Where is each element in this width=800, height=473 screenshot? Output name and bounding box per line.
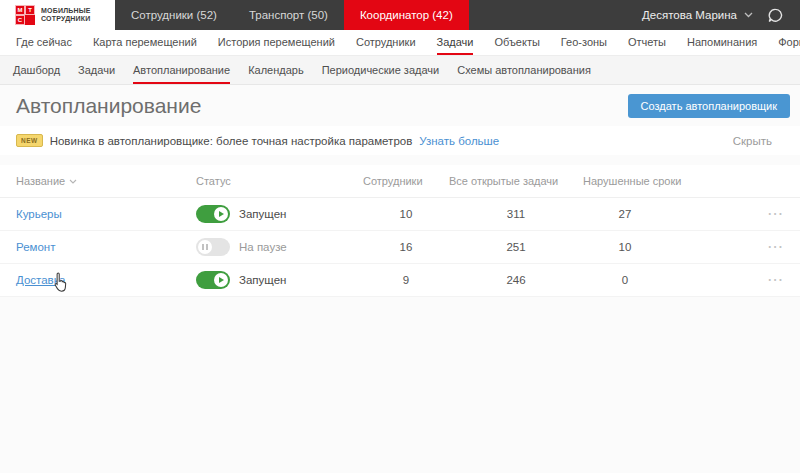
toggle-state-icon <box>219 211 224 217</box>
brand-logo[interactable]: М Т С МОБИЛЬНЫЕ СОТРУДНИКИ <box>0 0 115 30</box>
logo-letter: С <box>15 15 25 25</box>
nav-item-2[interactable]: История перемещений <box>218 30 335 55</box>
learn-more-link[interactable]: Узнать больше <box>419 135 499 147</box>
column-header-status: Статус <box>196 175 363 187</box>
app: М Т С МОБИЛЬНЫЕ СОТРУДНИКИ Сотрудники (5… <box>0 0 800 297</box>
nav-item-1[interactable]: Карта перемещений <box>93 30 197 55</box>
employees-count: 10 <box>363 208 449 220</box>
status-label: На паузе <box>239 241 287 253</box>
status-label: Запущен <box>239 208 286 220</box>
autoplanner-name-link[interactable]: Доставка <box>16 274 65 286</box>
open-tasks-count: 311 <box>449 208 583 220</box>
user-name: Десятова Марина <box>642 9 737 21</box>
table-row: Курьеры Запущен 10 311 27 ⋯ <box>0 198 800 231</box>
subnav-item-5[interactable]: Схемы автопланирования <box>457 56 591 84</box>
topbar: М Т С МОБИЛЬНЫЕ СОТРУДНИКИ Сотрудники (5… <box>0 0 800 30</box>
toggle-knob <box>214 207 228 221</box>
logo-letter: Т <box>25 5 35 15</box>
autoplanners-table: Название Статус Сотрудники Все открытые … <box>0 165 800 297</box>
row-actions-menu[interactable]: ⋯ <box>767 209 784 219</box>
open-tasks-count: 246 <box>449 274 583 286</box>
column-header-violated: Нарушенные сроки <box>583 175 667 187</box>
column-header-name[interactable]: Название <box>16 175 196 187</box>
autoplanner-name-link[interactable]: Курьеры <box>16 208 62 220</box>
employees-count: 16 <box>363 241 449 253</box>
main-nav: Где сейчасКарта перемещенийИстория перем… <box>0 30 800 56</box>
top-tab-0[interactable]: Сотрудники (52) <box>115 0 233 30</box>
sort-chevron-icon <box>69 179 77 184</box>
status-cell: На паузе <box>196 238 363 256</box>
sub-nav: ДашбордЗадачиАвтопланированиеКалендарьПе… <box>0 56 800 85</box>
nav-item-8[interactable]: Напоминания <box>687 30 757 55</box>
subnav-item-2[interactable]: Автопланирование <box>133 56 230 84</box>
subnav-item-1[interactable]: Задачи <box>78 56 115 84</box>
table-header: Название Статус Сотрудники Все открытые … <box>0 165 800 198</box>
autoplanner-name-link[interactable]: Ремонт <box>16 241 55 253</box>
topbar-right: Десятова Марина <box>642 0 800 30</box>
brand-name-line2: СОТРУДНИКИ <box>41 15 91 24</box>
top-tabs: Сотрудники (52)Транспорт (50)Координатор… <box>115 0 469 30</box>
toggle-knob <box>214 273 228 287</box>
column-header-employees: Сотрудники <box>363 175 449 187</box>
notice-text: Новинка в автопланировщике: более точная… <box>50 135 413 147</box>
row-actions-menu[interactable]: ⋯ <box>767 275 784 285</box>
user-menu[interactable]: Десятова Марина <box>642 9 753 21</box>
new-badge: NEW <box>16 134 43 147</box>
nav-item-3[interactable]: Сотрудники <box>356 30 416 55</box>
chat-icon[interactable] <box>767 7 784 24</box>
create-autoplanner-button[interactable]: Создать автопланировщик <box>628 94 790 118</box>
nav-item-4[interactable]: Задачи <box>437 30 474 55</box>
run-toggle[interactable] <box>196 238 230 256</box>
column-header-name-label: Название <box>16 175 65 187</box>
subnav-item-0[interactable]: Дашборд <box>13 56 60 84</box>
subnav-item-3[interactable]: Календарь <box>248 56 304 84</box>
open-tasks-count: 251 <box>449 241 583 253</box>
violated-deadlines-count: 0 <box>583 274 667 286</box>
column-header-open-tasks: Все открытые задачи <box>449 175 583 187</box>
logo-letter: М <box>15 5 25 15</box>
nav-item-0[interactable]: Где сейчас <box>16 30 72 55</box>
table-row: Доставка Запущен 9 246 0 ⋯ <box>0 264 800 297</box>
status-cell: Запущен <box>196 205 363 223</box>
status-cell: Запущен <box>196 271 363 289</box>
hide-notice-link[interactable]: Скрыть <box>733 135 784 147</box>
chevron-down-icon <box>744 12 753 18</box>
main-content: Автопланирование Создать автопланировщик… <box>0 85 800 297</box>
notice-bar: NEW Новинка в автопланировщике: более то… <box>0 126 800 155</box>
run-toggle[interactable] <box>196 205 230 223</box>
brand-name: МОБИЛЬНЫЕ СОТРУДНИКИ <box>41 7 91 24</box>
mts-logo-icon: М Т С <box>15 5 35 25</box>
topbar-dark-area: Сотрудники (52)Транспорт (50)Координатор… <box>115 0 800 30</box>
employees-count: 9 <box>363 274 449 286</box>
row-actions-menu[interactable]: ⋯ <box>767 242 784 252</box>
table-body: Курьеры Запущен 10 311 27 ⋯ Ремонт На па… <box>0 198 800 297</box>
nav-item-5[interactable]: Объекты <box>494 30 539 55</box>
table-row: Ремонт На паузе 16 251 10 ⋯ <box>0 231 800 264</box>
toggle-state-icon <box>202 244 208 250</box>
toggle-knob <box>198 240 212 254</box>
nav-item-6[interactable]: Гео-зоны <box>561 30 607 55</box>
nav-item-7[interactable]: Отчеты <box>628 30 666 55</box>
top-tab-2[interactable]: Координатор (42) <box>344 0 469 30</box>
status-label: Запущен <box>239 274 286 286</box>
page-head: Автопланирование Создать автопланировщик <box>0 85 800 126</box>
page-title: Автопланирование <box>16 94 201 118</box>
brand-name-line1: МОБИЛЬНЫЕ <box>41 7 91 16</box>
run-toggle[interactable] <box>196 271 230 289</box>
top-tab-1[interactable]: Транспорт (50) <box>233 0 344 30</box>
violated-deadlines-count: 10 <box>583 241 667 253</box>
subnav-item-4[interactable]: Периодические задачи <box>322 56 440 84</box>
nav-item-9[interactable]: Формы <box>778 30 800 55</box>
toggle-state-icon <box>219 277 224 283</box>
violated-deadlines-count: 27 <box>583 208 667 220</box>
